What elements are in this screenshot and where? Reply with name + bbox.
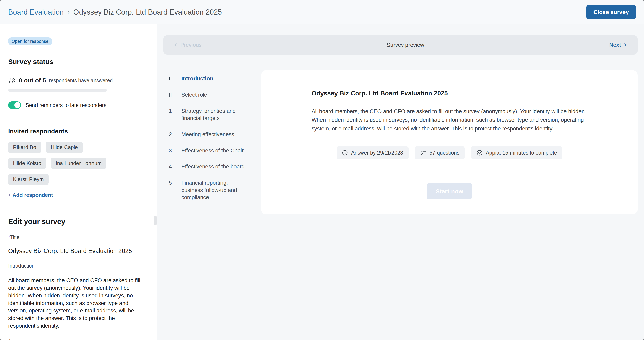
reminder-toggle-label: Send reminders to late responders <box>26 102 106 108</box>
introduction-field-label: Introduction <box>8 263 148 269</box>
chevron-right-icon: › <box>67 8 70 15</box>
survey-intro-card: Odyssey Biz Corp. Ltd Board Evaluation 2… <box>261 70 638 214</box>
duration-meta-text: Apprx. 15 minutes to complete <box>486 150 557 156</box>
toc-item-board-effectiveness[interactable]: 4 Effectiveness of the board <box>169 163 261 170</box>
answer-by-meta-chip: Answer by 29/11/2023 <box>336 146 408 159</box>
introduction-editor[interactable]: All board members, the CEO and CFO are a… <box>8 277 145 330</box>
survey-status-heading: Survey status <box>8 58 148 66</box>
toc-item-label: Strategy, priorities and financial targe… <box>181 108 246 122</box>
toc-item-label: Meeting effectiveness <box>181 131 234 138</box>
toc-item-number: 2 <box>169 131 181 138</box>
add-respondent-link[interactable]: + Add respondent <box>8 192 53 198</box>
toc-item-number: 1 <box>169 108 181 122</box>
toc-item-introduction[interactable]: I Introduction <box>169 75 261 82</box>
toc-item-strategy[interactable]: 1 Strategy, priorities and financial tar… <box>169 108 261 122</box>
clock-icon <box>342 150 348 156</box>
preview-body: I Introduction II Select role 1 Strategy… <box>164 70 638 214</box>
survey-preview-bar: ‹ Previous Survey preview Next › <box>164 35 638 55</box>
checklist-icon <box>420 150 426 156</box>
chevron-right-icon: › <box>624 41 626 48</box>
toc-item-label: Effectiveness of the board <box>181 163 244 170</box>
breadcrumb: Board Evaluation › Odyssey Biz Corp. Ltd… <box>8 8 222 16</box>
toc-item-label: Select role <box>181 91 207 99</box>
app-header: Board Evaluation › Odyssey Biz Corp. Ltd… <box>0 0 644 24</box>
toc-item-number: I <box>169 75 181 82</box>
app-window: Board Evaluation › Odyssey Biz Corp. Ltd… <box>0 0 644 340</box>
start-now-button[interactable]: Start now <box>427 183 472 199</box>
survey-card-title: Odyssey Biz Corp. Ltd Board Evaluation 2… <box>312 90 587 97</box>
previous-button[interactable]: ‹ Previous <box>175 41 202 49</box>
title-field-label: *Title <box>8 234 148 240</box>
toc-item-number: 4 <box>169 163 181 170</box>
toggle-knob <box>14 102 20 108</box>
invited-respondents-heading: Invited respondents <box>8 128 148 135</box>
respondent-chip: Kjersti Pleym <box>8 173 49 185</box>
answer-by-meta-text: Answer by 29/11/2023 <box>351 150 403 156</box>
status-badge: Open for response <box>8 37 52 45</box>
toc-item-label: Effectiveness of the Chair <box>181 147 244 155</box>
toc-item-number: 5 <box>169 179 181 201</box>
respondent-chip: Ina Lunder Lønnum <box>51 158 106 169</box>
divider <box>8 118 148 119</box>
survey-card-description: All board members, the CEO and CFO are a… <box>312 107 587 133</box>
next-label: Next <box>609 42 621 48</box>
answered-count: 0 out of 5 <box>19 77 46 84</box>
reminder-toggle-row: Send reminders to late responders <box>8 101 148 109</box>
next-button[interactable]: Next › <box>609 41 626 49</box>
toc-item-label: Financial reporting, business follow-up … <box>181 179 246 201</box>
toc-item-meeting-effectiveness[interactable]: 2 Meeting effectiveness <box>169 131 261 138</box>
answered-count-label: respondents have answered <box>49 78 112 83</box>
toc-item-financial-reporting[interactable]: 5 Financial reporting, business follow-u… <box>169 179 261 201</box>
survey-meta-row: Answer by 29/11/2023 57 questions <box>312 146 587 159</box>
respondents-answered-line: 0 out of 5 respondents have answered <box>8 77 148 84</box>
toc-item-label: Introduction <box>181 75 213 82</box>
toc-item-chair-effectiveness[interactable]: 3 Effectiveness of the Chair <box>169 147 261 155</box>
respondent-chip: Rikard Bø <box>8 142 42 153</box>
reminder-toggle[interactable] <box>8 101 21 109</box>
survey-preview-pane: ‹ Previous Survey preview Next › I Intro… <box>156 24 644 340</box>
sidebar: Open for response Survey status 0 out of… <box>0 24 156 340</box>
respondent-chip: Hilde Caple <box>46 142 83 153</box>
toc-item-select-role[interactable]: II Select role <box>169 91 261 99</box>
check-circle-icon <box>476 150 483 156</box>
question-count-meta-chip: 57 questions <box>415 146 465 159</box>
preview-bar-title: Survey preview <box>386 42 424 48</box>
respondent-chip: Hilde Kolstø <box>8 158 46 169</box>
answer-by-field-label: Answer by <box>8 338 148 340</box>
edit-survey-heading: Edit your survey <box>8 217 148 226</box>
breadcrumb-link-board-evaluation[interactable]: Board Evaluation <box>8 8 64 16</box>
toc-item-number: II <box>169 91 181 99</box>
people-icon <box>8 77 16 84</box>
breadcrumb-current: Odyssey Biz Corp. Ltd Board Evaluation 2… <box>74 8 222 16</box>
duration-meta-chip: Apprx. 15 minutes to complete <box>471 146 562 159</box>
toc-item-number: 3 <box>169 147 181 155</box>
chevron-left-icon: ‹ <box>175 41 177 48</box>
previous-label: Previous <box>180 42 202 48</box>
survey-title-input[interactable] <box>8 247 144 254</box>
required-marker: * <box>8 234 10 240</box>
close-survey-button[interactable]: Close survey <box>586 5 636 19</box>
respondent-chip-list: Rikard Bø Hilde Caple Hilde Kolstø Ina L… <box>8 142 122 185</box>
title-label-text: Title <box>10 234 20 240</box>
sidebar-scrollbar-thumb[interactable] <box>154 216 156 225</box>
response-progress-bar <box>8 89 107 92</box>
question-count-meta-text: 57 questions <box>430 150 460 156</box>
toc: I Introduction II Select role 1 Strategy… <box>164 70 261 210</box>
divider <box>8 207 148 208</box>
